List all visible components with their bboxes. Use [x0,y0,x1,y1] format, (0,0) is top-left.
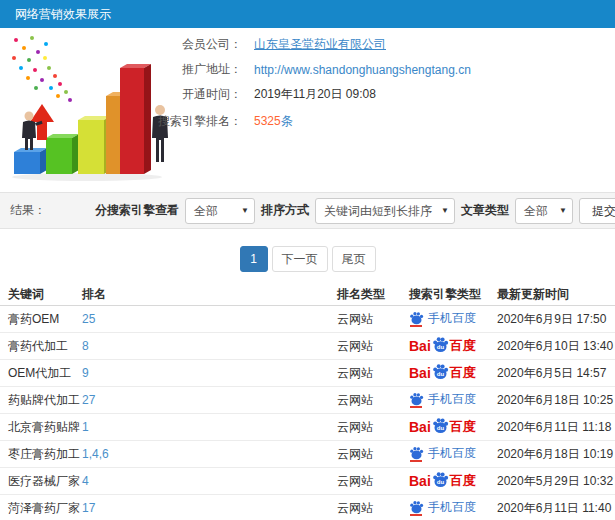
baidu-logo-badge: Bai du 百度 [409,336,476,357]
keyword-cell: 膏药代加工 [0,338,82,355]
rank-type-cell: 云网站 [337,392,399,409]
chevron-down-icon: ▼ [241,199,249,223]
baidu-logo-bai: Bai [409,365,431,381]
sort-select[interactable]: 关键词由短到长排序 ▼ [315,198,455,224]
filter-controls: 分搜索引擎查看 全部 ▼ 排序方式 关键词由短到长排序 ▼ 文章类型 全部 ▼ … [95,193,615,228]
table-row: 医疗器械厂家 4 云网站 Bai [0,468,615,495]
baidu-paw-icon [409,311,424,327]
rank-link[interactable]: 1,4,6 [82,447,109,461]
keyword-cell: 膏药OEM [0,311,82,328]
mobile-baidu-label: 手机百度 [428,499,476,516]
last-page-button[interactable]: 尾页 [332,246,376,272]
engine-filter-label: 分搜索引擎查看 [95,202,179,219]
baidu-logo-text: 百度 [450,337,476,355]
col-engine-type: 搜索引擎类型 [399,286,497,303]
engine-filter-select[interactable]: 全部 ▼ [185,198,255,224]
baidu-paw-icon [409,392,424,408]
updated-cell: 2020年6月5日 14:57 [497,365,615,382]
mobile-baidu-badge: 手机百度 [409,445,476,462]
updated-cell: 2020年6月10日 13:40 [497,338,615,355]
col-rank-type: 排名类型 [337,286,399,303]
article-type-select[interactable]: 全部 ▼ [515,198,573,224]
submit-button[interactable]: 提交 [579,198,615,224]
rank-link[interactable]: 4 [82,474,89,488]
sort-value: 关键词由短到长排序 [324,204,432,218]
rank-type-cell: 云网站 [337,419,399,436]
mobile-baidu-badge: 手机百度 [409,310,476,327]
engine-cell: 手机百度 Bai du 百度 [399,391,497,409]
rank-type-cell: 云网站 [337,446,399,463]
baidu-logo-badge: Bai du 百度 [409,363,476,384]
rank-link[interactable]: 17 [82,501,95,515]
header-bar: 网络营销效果展示 [0,0,615,28]
info-row-url: 推广地址： http://www.shandonghuangshengtang.… [128,57,608,82]
col-rank: 排名 [82,286,337,303]
rank-link[interactable]: 27 [82,393,95,407]
table-row: 膏药代加工 8 云网站 Bai [0,333,615,360]
mobile-baidu-badge: 手机百度 [409,499,476,516]
rank-type-cell: 云网站 [337,500,399,517]
article-type-value: 全部 [524,204,548,218]
sort-label: 排序方式 [261,202,309,219]
table-row: 药贴牌代加工 27 云网站 手机百度 Bai [0,387,615,414]
info-row-company: 会员公司： 山东皇圣堂药业有限公司 [128,32,608,57]
keyword-cell: OEM代加工 [0,365,82,382]
rank-link[interactable]: 8 [82,339,89,353]
rank-link[interactable]: 9 [82,366,89,380]
keyword-cell: 菏泽膏药厂家 [0,500,82,517]
mobile-baidu-label: 手机百度 [428,310,476,327]
baidu-paw-icon [409,500,424,516]
company-label: 会员公司： [128,36,242,53]
article-type-label: 文章类型 [461,202,509,219]
table-header: 关键词 排名 排名类型 搜索引擎类型 最新更新时间 [0,284,615,306]
engine-cell: 手机百度 Bai du 百度 [399,445,497,463]
promo-url-link[interactable]: http://www.shandonghuangshengtang.cn [254,63,471,77]
baidu-paw-icon: du [432,336,449,353]
page-button-current[interactable]: 1 [240,246,268,272]
info-row-open-time: 开通时间： 2019年11月20日 09:08 [128,82,608,107]
table-row: 膏药OEM 25 云网站 手机百度 Bai [0,306,615,333]
svg-text:du: du [437,478,445,484]
engine-cell: Bai du 百度 [399,363,497,384]
svg-text:du: du [437,424,445,430]
promo-url-label: 推广地址： [128,61,242,78]
col-updated: 最新更新时间 [497,286,615,303]
member-info: 会员公司： 山东皇圣堂药业有限公司 推广地址： http://www.shand… [128,32,608,134]
updated-cell: 2020年6月18日 10:19 [497,446,615,463]
confetti [12,36,72,102]
result-label: 结果： [10,193,46,228]
baidu-logo-bai: Bai [409,473,431,489]
baidu-logo-text: 百度 [450,418,476,436]
open-time-label: 开通时间： [128,86,242,103]
baidu-paw-icon: du [432,417,449,434]
rank-count-label: 搜索引擎排名： [128,113,242,130]
mobile-baidu-label: 手机百度 [428,445,476,462]
rank-link[interactable]: 1 [82,420,89,434]
info-row-rank-count: 搜索引擎排名： 5325条 [128,109,608,134]
baidu-paw-icon: du [432,471,449,488]
company-link[interactable]: 山东皇圣堂药业有限公司 [254,36,386,53]
updated-cell: 2020年5月29日 10:32 [497,473,615,490]
rank-type-cell: 云网站 [337,473,399,490]
table-row: 北京膏药贴牌 1 云网站 Bai [0,414,615,441]
ranking-table: 关键词 排名 排名类型 搜索引擎类型 最新更新时间 膏药OEM 25 云网站 [0,284,615,520]
updated-cell: 2020年6月11日 11:18 [497,419,615,436]
rank-link[interactable]: 25 [82,312,95,326]
svg-text:du: du [437,343,445,349]
table-row: 菏泽膏药厂家 17 云网站 手机百度 Bai [0,495,615,520]
updated-cell: 2020年6月11日 11:40 [497,500,615,517]
table-row: 枣庄膏药加工 1,4,6 云网站 手机百度 Bai [0,441,615,468]
baidu-logo-text: 百度 [450,364,476,382]
engine-cell: 手机百度 Bai du 百度 [399,310,497,328]
chevron-down-icon: ▼ [441,199,449,223]
rank-count-unit: 条 [281,114,293,128]
col-keyword: 关键词 [0,286,82,303]
next-page-button[interactable]: 下一页 [272,246,328,272]
updated-cell: 2020年6月18日 10:25 [497,392,615,409]
engine-cell: 手机百度 Bai du 百度 [399,499,497,517]
baidu-logo-text: 百度 [450,472,476,490]
engine-cell: Bai du 百度 [399,336,497,357]
rank-count-value: 5325条 [254,113,293,130]
page: 网络营销效果展示 [0,0,615,520]
filter-bar: 结果： 分搜索引擎查看 全部 ▼ 排序方式 关键词由短到长排序 ▼ 文章类型 全… [0,192,615,229]
